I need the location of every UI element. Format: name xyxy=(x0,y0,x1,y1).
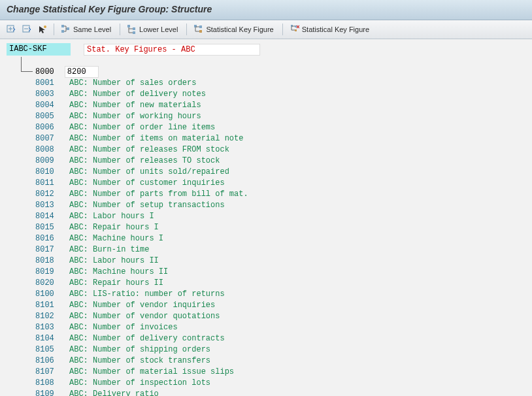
stat-key-figure-row[interactable]: 8101ABC: Number of vendor inquiries xyxy=(35,300,532,311)
stat-key-figure-desc: ABC: Number of sales orders xyxy=(69,78,196,88)
stat-key-figure-code: 8105 xyxy=(35,344,58,355)
stat-key-figure-row[interactable]: 8003ABC: Number of delivery notes xyxy=(35,89,532,100)
stat-key-figure-row[interactable]: 8106ABC: Number of stock transfers xyxy=(35,355,532,367)
stat-key-figure-desc: ABC: Number of order line items xyxy=(69,123,215,132)
stat-key-figure-desc: ABC: Number of invoices xyxy=(69,323,178,332)
stat-key-figure-row[interactable]: 8008ABC: Number of releases FROM stock xyxy=(35,144,532,156)
stat-key-figure-code: 8017 xyxy=(35,244,58,256)
stat-key-figure-desc: ABC: Machine hours II xyxy=(69,267,168,276)
stat-key-figure-row[interactable]: 8009ABC: Number of releases TO stock xyxy=(35,156,532,167)
stat-key-figure-desc: ABC: Repair hours II xyxy=(69,278,163,288)
toolbar-separator xyxy=(282,24,283,35)
stat-key-figure-row[interactable]: 8006ABC: Number of order line items xyxy=(35,122,532,133)
stat-key-figure-row[interactable]: 8011ABC: Number of customer inquiries xyxy=(35,178,532,189)
tree-content: IABC-SKF 8000 8001ABC: Number of sales o… xyxy=(0,39,532,396)
stat-key-figure-row[interactable]: 8105ABC: Number of shipping orders xyxy=(35,344,532,355)
subgroup-range-end-input[interactable] xyxy=(65,66,99,78)
stat-key-figure-row[interactable]: 8018ABC: Labor hours II xyxy=(35,256,532,267)
stat-key-figure-code: 8004 xyxy=(35,100,58,111)
stat-key-figure-desc: ABC: Labor hours II xyxy=(69,256,159,265)
stat-key-figure-row[interactable]: 8014ABC: Labor hours I xyxy=(35,211,532,222)
toolbar-separator xyxy=(186,24,187,35)
stat-key-figure-code: 8100 xyxy=(35,289,58,300)
stat-key-figure-row[interactable]: 8020ABC: Repair hours II xyxy=(35,278,532,289)
stat-key-figure-row[interactable]: 8007ABC: Number of items on material not… xyxy=(35,133,532,144)
collapse-all-icon xyxy=(22,25,31,34)
stat-key-figure-desc: ABC: Number of delivery contracts xyxy=(69,334,225,343)
svg-rect-8 xyxy=(61,30,64,33)
stat-key-figure-code: 8009 xyxy=(35,156,58,167)
page-title: Change Statistical Key Figure Group: Str… xyxy=(0,0,532,20)
collapse-all-button[interactable] xyxy=(20,22,34,37)
stat-key-figure-row[interactable]: 8108ABC: Number of inspection lots xyxy=(35,378,532,389)
stat-key-figure-label: Statistical Key Figure xyxy=(206,25,273,33)
stat-key-figure-code: 8010 xyxy=(35,167,58,178)
stat-key-figure-desc: ABC: Labor hours I xyxy=(69,212,154,221)
stat-key-figure-code: 8106 xyxy=(35,355,58,367)
svg-rect-9 xyxy=(67,27,69,30)
toolbar-separator xyxy=(54,24,54,35)
svg-rect-16 xyxy=(133,27,135,30)
stat-key-figure-row[interactable]: 8103ABC: Number of invoices xyxy=(35,322,532,333)
stat-key-figure-code: 8006 xyxy=(35,122,58,133)
stat-key-figure-code: 8020 xyxy=(35,278,58,289)
stat-key-figure-code: 8104 xyxy=(35,333,58,344)
stat-key-figure-desc: ABC: Number of shipping orders xyxy=(69,345,210,354)
stat-key-figure-code: 8107 xyxy=(35,367,58,378)
stat-key-figure-desc: ABC: Number of units sold/repaired xyxy=(69,167,229,176)
tree-line-horizontal xyxy=(21,71,33,72)
subgroup-row[interactable]: 8000 xyxy=(7,57,532,78)
stat-key-figure-row[interactable]: 8017ABC: Burn-in time xyxy=(35,244,532,256)
select-button[interactable] xyxy=(35,22,50,37)
stat-key-figure-desc: ABC: Number of setup transactions xyxy=(69,201,225,210)
stat-key-figure-desc: ABC: Number of new materials xyxy=(69,101,201,110)
stat-key-figure-row[interactable]: 8001ABC: Number of sales orders xyxy=(35,78,532,89)
svg-rect-15 xyxy=(127,25,130,27)
stat-key-figure-desc: ABC: Delivery ratio xyxy=(69,389,159,396)
stat-key-figure-row[interactable]: 8010ABC: Number of units sold/repaired xyxy=(35,167,532,178)
svg-rect-22 xyxy=(199,25,202,28)
stat-key-figure-desc: ABC: Number of items on material note xyxy=(69,134,243,143)
stat-key-figure-row[interactable]: 8100ABC: LIS-ratio: number of returns xyxy=(35,289,532,300)
tree-line-vertical xyxy=(21,57,22,71)
stat-key-figure-row[interactable]: 8102ABC: Number of vendor quotations xyxy=(35,311,532,322)
stat-key-figure-code: 8015 xyxy=(35,222,58,233)
stat-key-figure-code: 8016 xyxy=(35,233,58,244)
same-level-label: Same Level xyxy=(73,25,111,33)
stat-key-figure-code: 8007 xyxy=(35,133,58,144)
stat-key-figure-row[interactable]: 8005ABC: Number of working hours xyxy=(35,111,532,122)
group-root-row[interactable]: IABC-SKF xyxy=(7,43,532,56)
stat-key-figure-code: 8101 xyxy=(35,300,58,311)
stat-key-figure-desc: ABC: Number of stock transfers xyxy=(69,356,210,365)
stat-key-figure-code: 8008 xyxy=(35,144,58,156)
lower-level-button[interactable]: Lower Level xyxy=(124,22,182,37)
stat-key-figure-row[interactable]: 8109ABC: Delivery ratio xyxy=(35,389,532,396)
lower-level-label: Lower Level xyxy=(139,25,178,33)
toolbar-separator xyxy=(120,24,120,35)
expand-all-button[interactable] xyxy=(4,22,18,37)
subgroup-code: 8000 xyxy=(35,67,54,78)
stat-key-figure-desc: ABC: Number of releases FROM stock xyxy=(69,145,229,154)
stat-key-figure-row[interactable]: 8015ABC: Repair hours I xyxy=(35,222,532,233)
group-root-description-input[interactable] xyxy=(84,44,260,56)
stat-key-figure-row[interactable]: 8013ABC: Number of setup transactions xyxy=(35,200,532,211)
stat-key-figure-desc: ABC: Number of vendor quotations xyxy=(69,312,220,321)
stat-key-figure-row[interactable]: 8107ABC: Number of material issue slips xyxy=(35,367,532,378)
same-level-button[interactable]: Same Level xyxy=(58,22,116,37)
stat-key-figure-desc: ABC: Number of working hours xyxy=(69,112,201,121)
stat-key-figure-desc: ABC: Number of delivery notes xyxy=(69,90,206,99)
stat-key-figure-code: 8103 xyxy=(35,322,58,333)
stat-key-figure-code: 8109 xyxy=(35,389,58,396)
stat-key-figure-row[interactable]: 8004ABC: Number of new materials xyxy=(35,100,532,111)
stat-key-figure-code: 8005 xyxy=(35,111,58,122)
stat-key-figure-insert-button[interactable]: Statistical Key Figure xyxy=(191,22,278,37)
stat-key-figure-row[interactable]: 8104ABC: Number of delivery contracts xyxy=(35,333,532,344)
stat-key-figure-row[interactable]: 8016ABC: Machine hours I xyxy=(35,233,532,244)
stat-key-figure-code: 8102 xyxy=(35,311,58,322)
stat-key-figure-remove-button[interactable]: Statistical Key Figure xyxy=(287,22,374,37)
svg-rect-7 xyxy=(61,25,64,27)
stat-key-figure-row[interactable]: 8019ABC: Machine hours II xyxy=(35,267,532,278)
stat-key-figure-row[interactable]: 8012ABC: Number of parts from bill of ma… xyxy=(35,189,532,200)
hierarchy-insert-icon xyxy=(194,25,203,34)
stat-key-figure-desc: ABC: Repair hours I xyxy=(69,223,159,232)
